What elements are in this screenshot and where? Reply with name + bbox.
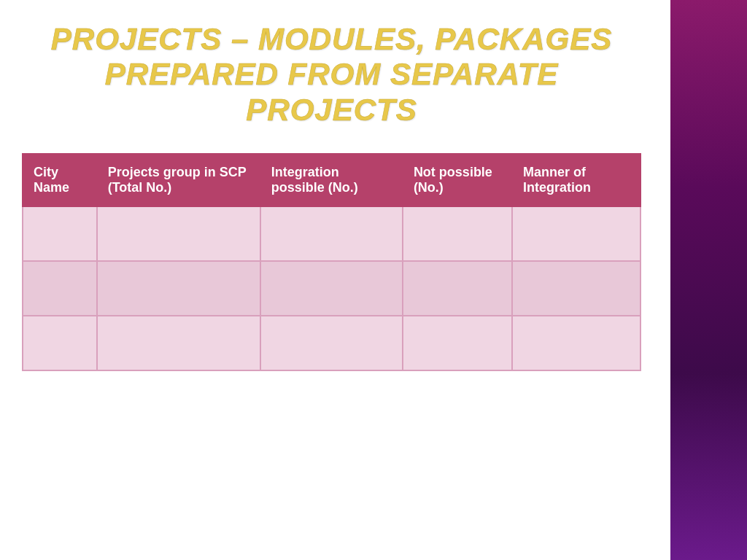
cell	[512, 261, 640, 316]
col-header-manner-of-integration: Manner of Integration	[512, 154, 640, 206]
sidebar	[670, 0, 747, 560]
page-title: Projects – Modules, PackagesPrepared fro…	[51, 22, 612, 128]
cell	[260, 316, 403, 370]
cell	[512, 206, 640, 261]
cell	[260, 206, 403, 261]
cell	[260, 261, 403, 316]
cell	[403, 206, 512, 261]
cell	[23, 206, 97, 261]
col-header-city-name: City Name	[23, 154, 97, 206]
col-header-not-possible: Not possible (No.)	[403, 154, 512, 206]
cell	[97, 261, 260, 316]
cell	[23, 261, 97, 316]
main-content: Projects – Modules, PackagesPrepared fro…	[0, 0, 670, 560]
data-table: City Name Projects group in SCP (Total N…	[22, 153, 641, 371]
cell	[97, 206, 260, 261]
cell	[97, 316, 260, 370]
table-row	[23, 206, 640, 261]
col-header-projects-group: Projects group in SCP (Total No.)	[97, 154, 260, 206]
cell	[23, 316, 97, 370]
cell	[512, 316, 640, 370]
table-row	[23, 261, 640, 316]
table-header-row: City Name Projects group in SCP (Total N…	[23, 154, 640, 206]
table-container: City Name Projects group in SCP (Total N…	[22, 153, 641, 371]
cell	[403, 316, 512, 370]
cell	[403, 261, 512, 316]
table-row	[23, 316, 640, 370]
col-header-integration-possible: Integration possible (No.)	[260, 154, 403, 206]
